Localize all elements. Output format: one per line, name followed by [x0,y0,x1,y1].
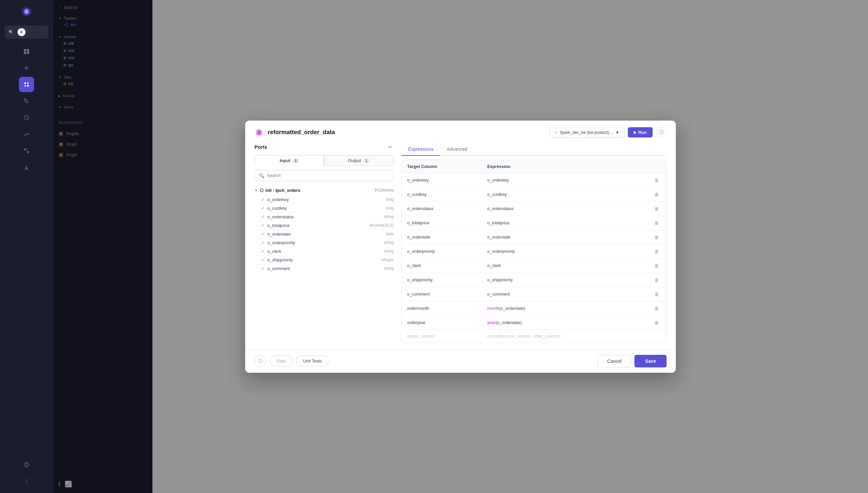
placeholder-expression[interactable]: concat(source_column, other_column) [482,330,647,342]
delete-row-button[interactable]: 🗑 [652,220,661,226]
dep-item-1[interactable]: 📦 Prophe [58,130,147,138]
column-name: o_shippriority [267,257,293,262]
check-icon: ✓ [261,197,265,202]
sidebar-item-transform[interactable] [19,143,34,158]
delete-row-button[interactable]: 🗑 [652,234,661,240]
tab-expressions[interactable]: Expressions [402,143,440,156]
column-name: o_clerk [267,249,281,254]
svg-rect-14 [27,151,29,153]
svg-rect-15 [24,169,28,170]
sidebar-item-tags[interactable] [19,93,34,109]
delete-row-button[interactable]: 🗑 [652,277,661,283]
dep-item-2[interactable]: 📦 Proph [58,141,147,148]
svg-rect-5 [24,52,26,54]
svg-rect-3 [24,49,26,51]
sidebar-item-more[interactable] [19,474,34,489]
jobs-header[interactable]: ▼ Jobs [58,74,147,80]
svg-rect-6 [27,52,29,54]
svg-point-21 [64,24,66,26]
dataset-item-ord2[interactable]: ord [58,54,147,62]
column-item: ✓ o_orderstatus string [255,213,394,221]
column-group-name: in0 : tpch_orders [265,188,300,193]
column-type: string [384,240,394,245]
search-close-btn[interactable]: ✕ [18,28,25,36]
target-col: ordermonth [402,301,482,316]
functions-header[interactable]: ▶ Functio [58,93,147,99]
footer-tab-data[interactable]: Data [270,356,292,366]
delete-row-button[interactable]: 🗑 [652,177,661,184]
run-button[interactable]: Run [628,127,653,137]
gems-header[interactable]: ▼ Gems [58,104,147,110]
info-icon[interactable]: ℹ [58,480,61,488]
expr-col: o_comment [482,287,647,301]
column-name: o_comment [267,266,290,271]
ports-header: Ports ✏ [255,143,394,151]
footer-actions: Cancel Save [598,355,667,367]
check-icon: ✓ [261,266,265,271]
expr-col: o_orderpriority [482,244,647,258]
expr-col: o_orderdate [482,230,647,244]
placeholder-target[interactable]: target_column [402,330,482,342]
delete-row-button[interactable]: 🗑 [652,291,661,298]
cluster-button[interactable]: ✓ Spark_dev_kw (kw-product) ... ▼ [550,128,625,137]
expressions-table-container: Target Column Expression o_orderkey o_or… [402,160,667,343]
sidebar-item-help[interactable] [19,457,34,472]
column-name: o_totalprice [267,223,289,228]
target-col: o_clerk [402,258,482,273]
expr-value: o_custkey [487,192,507,197]
pipeline-header[interactable]: ▼ Pipeline [58,15,147,21]
dataset-item-tpc[interactable]: tpc [58,62,147,69]
search-input[interactable] [267,173,389,178]
port-tab-output[interactable]: Output 1 [324,155,394,166]
ports-edit-icon[interactable]: ✏ [387,143,394,151]
datasets-header[interactable]: ▼ Dataset [58,34,147,40]
expr-tabs: Expressions Advanced [402,143,667,156]
svg-point-18 [26,479,27,480]
delete-row-button[interactable]: 🗑 [652,305,661,312]
expr-col: o_shippriority [482,273,647,287]
sidebar-item-deploy[interactable] [19,160,34,175]
expr-value: o_orderpriority [487,249,515,254]
dataset-item-ord1[interactable]: ord [58,47,147,54]
pipeline-item-dev[interactable]: dev [58,21,147,28]
cluster-label: Spark_dev_kw (kw-product) ... [560,130,613,135]
expr-tbody: o_orderkey o_orderkey 🗑 o_custkey o_cust… [402,173,666,342]
expr-col: year(o_orderdate) [482,316,647,330]
svg-point-10 [27,85,29,87]
tab-advanced[interactable]: Advanced [440,143,474,156]
sidebar-search[interactable]: 🔍 ✕ [5,26,48,39]
expr-col: month(o_orderdate) [482,301,647,316]
port-tab-input[interactable]: Input 1 [255,155,324,166]
func-name: month [487,306,499,311]
gems-section: ▼ Gems [58,104,147,110]
columns-list: ▼ ⬡ in0 : tpch_orders 9 Columns ✓ o_orde… [255,185,394,343]
sidebar-item-analytics[interactable] [19,127,34,142]
column-item: ✓ o_orderdate date [255,230,394,239]
job-item-tut[interactable]: tut- [58,80,147,87]
footer-tab-unit-tests[interactable]: Unit Tests [296,356,329,366]
delete-row-button[interactable]: 🗑 [652,262,661,269]
column-group-header[interactable]: ▼ ⬡ in0 : tpch_orders 9 Columns [255,185,394,195]
input-count-badge: 1 [293,158,299,163]
sidebar-item-projects[interactable] [19,44,34,59]
dep-item-3[interactable]: 📦 Proph [58,151,147,159]
footer-info-button[interactable]: ⓘ [255,355,266,367]
target-col: o_orderdate [402,230,482,244]
sidebar-item-models[interactable] [19,77,34,92]
delete-row-button[interactable]: 🗑 [652,248,661,255]
cancel-button[interactable]: Cancel [598,355,631,367]
dialog-info-button[interactable]: ⓘ [656,127,667,138]
ports-panel: Ports ✏ Input 1 Output 1 [255,143,394,343]
back-link[interactable]: ← Back to [58,5,147,10]
delete-row-button[interactable]: 🗑 [652,191,661,198]
save-button[interactable]: Save [634,355,667,367]
sidebar-item-add[interactable] [19,60,34,76]
table-row: o_orderkey o_orderkey 🗑 [402,173,666,187]
delete-row-button[interactable]: 🗑 [652,319,661,326]
chart-icon[interactable]: 📈 [65,480,72,488]
column-type: integer [381,257,394,262]
dataset-item-dat[interactable]: dat [58,40,147,47]
expr-value: o_orderkey [487,177,509,183]
delete-row-button[interactable]: 🗑 [652,206,661,212]
sidebar-item-history[interactable] [19,110,34,125]
